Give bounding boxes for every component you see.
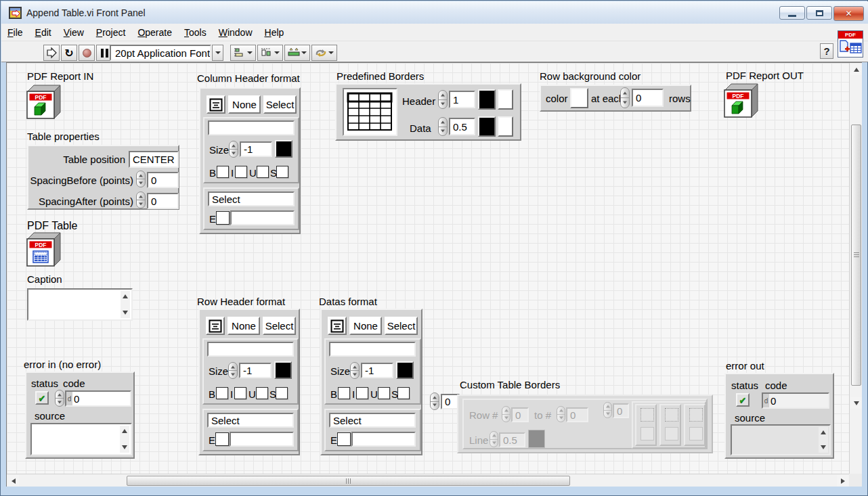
border-style-picture-ring[interactable] (343, 88, 397, 136)
italic-checkbox[interactable] (356, 387, 368, 399)
font-color-box[interactable] (274, 361, 292, 379)
header-width-spinner[interactable] (438, 90, 448, 109)
e-checkbox[interactable] (337, 432, 351, 446)
header-fill-color-box[interactable] (498, 89, 513, 110)
bold-checkbox[interactable] (338, 387, 350, 399)
e-checkbox[interactable] (215, 432, 229, 446)
reorder-objects-button[interactable] (311, 45, 337, 61)
color-select-field[interactable]: Select (207, 413, 294, 428)
data-width-spinner[interactable] (438, 117, 448, 136)
menu-window[interactable]: Window (213, 25, 259, 40)
source-scrollbar[interactable] (120, 426, 129, 453)
horizontal-scroll-thumb[interactable] (127, 476, 570, 486)
pdf-report-out-refnum[interactable]: PDF (722, 82, 760, 122)
menu-tools[interactable]: Tools (178, 25, 213, 40)
e-field[interactable] (230, 210, 295, 225)
caption-textbox[interactable] (27, 288, 133, 321)
spacing-before-spinner[interactable] (136, 171, 146, 187)
table-position-field[interactable]: CENTER (129, 151, 179, 168)
scroll-up-button[interactable] (850, 64, 862, 75)
strike-checkbox[interactable] (276, 166, 288, 178)
spacing-after-field[interactable]: 0 (147, 193, 179, 209)
spacing-before-field[interactable]: 0 (147, 172, 179, 188)
size-spinner[interactable] (228, 362, 238, 379)
font-color-box[interactable] (396, 361, 414, 379)
distribute-objects-button[interactable] (257, 45, 283, 61)
font-name-field[interactable] (329, 342, 416, 357)
source-scrollbar[interactable] (819, 427, 828, 453)
bold-checkbox[interactable] (216, 387, 228, 399)
menu-operate[interactable]: Operate (131, 25, 178, 40)
custom-borders-index-spinner[interactable] (430, 392, 439, 410)
rows-count-spinner[interactable] (620, 87, 630, 108)
caption-scrollbar[interactable] (121, 291, 130, 318)
error-in-source-field[interactable] (30, 423, 132, 455)
minimize-button[interactable] (779, 6, 805, 20)
menu-file[interactable]: File (1, 25, 29, 40)
resize-grip[interactable] (849, 474, 862, 487)
justify-ring-button[interactable] (206, 317, 225, 335)
underline-checkbox[interactable] (257, 166, 269, 178)
scroll-left-button[interactable] (7, 475, 19, 487)
align-objects-button[interactable] (230, 45, 256, 61)
menu-edit[interactable]: Edit (29, 25, 58, 40)
underline-checkbox[interactable] (378, 387, 390, 399)
font-select-button[interactable]: Select (263, 317, 296, 335)
rows-count-field[interactable]: 0 (632, 89, 664, 107)
resize-objects-button[interactable] (284, 45, 310, 61)
menu-view[interactable]: View (58, 25, 90, 40)
font-none-button[interactable]: None (227, 317, 260, 335)
spacing-after-spinner[interactable] (136, 191, 146, 208)
font-ring[interactable]: 20pt Application Font (110, 45, 211, 61)
font-name-field[interactable] (208, 120, 295, 135)
data-line-color-box[interactable] (478, 116, 496, 137)
pdf-table-refnum[interactable]: PDF (24, 231, 62, 271)
font-none-button[interactable]: None (228, 95, 261, 114)
pdf-report-in-refnum[interactable]: PDF (24, 83, 62, 124)
font-color-box[interactable] (275, 140, 292, 158)
size-spinner[interactable] (350, 362, 360, 379)
close-button[interactable]: ✕ (833, 6, 864, 21)
context-help-button[interactable]: ? (820, 43, 833, 59)
color-select-field[interactable]: Select (329, 413, 416, 428)
italic-checkbox[interactable] (234, 387, 246, 399)
header-width-field[interactable]: 1 (449, 91, 475, 108)
font-ring-dropdown[interactable] (212, 45, 223, 61)
e-field[interactable] (351, 432, 416, 447)
color-select-field[interactable]: Select (208, 191, 295, 206)
size-spinner[interactable] (229, 141, 238, 158)
abort-button[interactable] (79, 45, 95, 61)
data-fill-color-box[interactable] (498, 116, 513, 137)
scroll-right-button[interactable] (837, 475, 848, 487)
vertical-scrollbar[interactable] (849, 63, 862, 474)
row-color-box[interactable] (570, 88, 588, 108)
underline-checkbox[interactable] (256, 387, 268, 399)
justify-ring-button[interactable] (207, 95, 225, 114)
header-line-color-box[interactable] (478, 89, 496, 110)
vertical-scroll-thumb[interactable] (851, 125, 861, 386)
size-field[interactable]: -1 (239, 363, 272, 378)
italic-checkbox[interactable] (235, 166, 247, 178)
font-select-button[interactable]: Select (263, 95, 297, 114)
maximize-button[interactable] (806, 6, 832, 20)
horizontal-scrollbar[interactable] (7, 474, 849, 487)
e-checkbox[interactable] (216, 211, 230, 225)
justify-ring-button[interactable] (328, 317, 347, 335)
run-button[interactable] (43, 45, 60, 61)
e-field[interactable] (230, 432, 294, 447)
size-field[interactable]: -1 (240, 141, 272, 157)
font-select-button[interactable]: Select (385, 317, 418, 335)
error-in-code-field[interactable]: d 0 (65, 390, 131, 407)
font-none-button[interactable]: None (349, 317, 382, 335)
error-in-status-button[interactable]: ✔ (35, 391, 49, 405)
strike-checkbox[interactable] (276, 387, 288, 399)
size-field[interactable]: -1 (361, 363, 393, 378)
run-continuously-button[interactable]: ↻ (61, 45, 77, 61)
font-name-field[interactable] (207, 342, 294, 357)
menu-help[interactable]: Help (259, 25, 290, 40)
menu-project[interactable]: Project (90, 25, 132, 40)
data-width-field[interactable]: 0.5 (449, 118, 475, 135)
strike-checkbox[interactable] (397, 387, 410, 399)
bold-checkbox[interactable] (217, 166, 229, 178)
vi-icon-pdf[interactable]: PDF (838, 30, 863, 58)
